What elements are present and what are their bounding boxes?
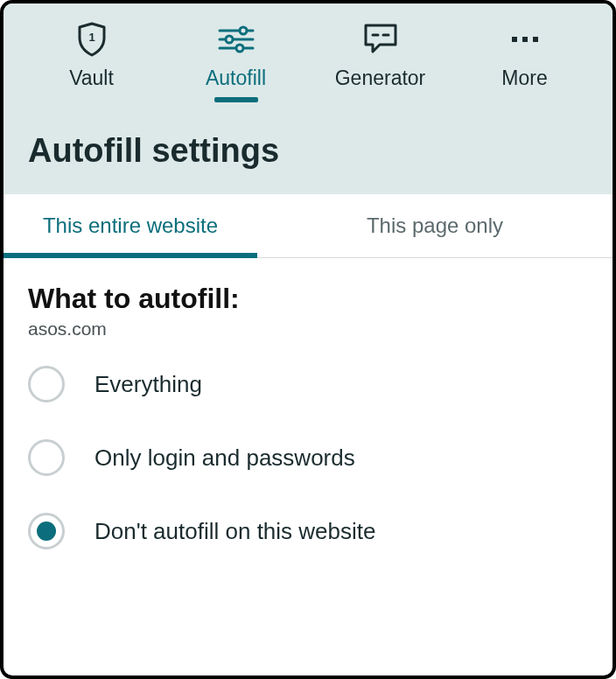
- svg-rect-11: [533, 37, 538, 42]
- option-label: Only login and passwords: [94, 444, 355, 472]
- option-label: Everything: [94, 371, 202, 398]
- content-area: What to autofill: asos.com Everything On…: [4, 258, 612, 550]
- nav-tab-generator[interactable]: Generator: [328, 23, 433, 102]
- svg-rect-9: [512, 37, 517, 42]
- domain-text: asos.com: [28, 318, 588, 340]
- section-title: What to autofill:: [28, 283, 588, 315]
- svg-text:1: 1: [88, 31, 94, 44]
- top-nav: 1 Vault Autofill: [4, 4, 612, 102]
- svg-point-4: [226, 36, 233, 43]
- scope-tab-label: This entire website: [43, 214, 218, 237]
- ellipsis-icon: [508, 23, 542, 56]
- svg-point-6: [236, 45, 243, 52]
- nav-label: Autofill: [206, 66, 266, 90]
- radio-icon: [28, 366, 65, 402]
- svg-rect-10: [522, 37, 528, 42]
- scope-tab-label: This page only: [367, 214, 503, 237]
- nav-tab-vault[interactable]: 1 Vault: [39, 23, 144, 102]
- autofill-options: Everything Only login and passwords Don'…: [28, 366, 588, 550]
- password-chat-icon: [360, 23, 401, 56]
- nav-tab-more[interactable]: More: [472, 23, 578, 102]
- scope-tab-page[interactable]: This page only: [257, 194, 612, 257]
- radio-icon: [28, 513, 65, 550]
- nav-tab-autofill[interactable]: Autofill: [184, 23, 289, 102]
- option-none[interactable]: Don't autofill on this website: [28, 513, 588, 550]
- option-label: Don't autofill on this website: [94, 518, 375, 545]
- app-window: 1 Vault Autofill: [0, 0, 616, 679]
- scope-tabs: This entire website This page only: [4, 194, 612, 258]
- page-title: Autofill settings: [4, 102, 612, 170]
- nav-label: Generator: [335, 66, 426, 90]
- svg-point-2: [240, 27, 247, 34]
- option-everything[interactable]: Everything: [28, 366, 588, 402]
- sliders-icon: [216, 23, 256, 56]
- nav-label: Vault: [69, 66, 114, 90]
- nav-label: More: [501, 66, 547, 90]
- header-area: 1 Vault Autofill: [4, 4, 612, 194]
- shield-icon: 1: [76, 23, 108, 56]
- radio-icon: [28, 439, 65, 476]
- option-login-only[interactable]: Only login and passwords: [28, 439, 588, 476]
- scope-tab-website[interactable]: This entire website: [4, 194, 257, 257]
